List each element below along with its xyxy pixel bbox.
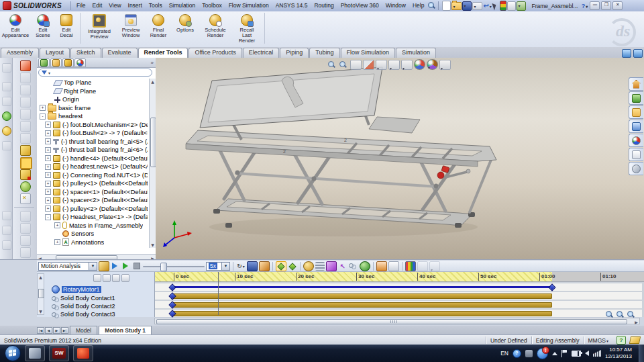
assembly-toolbar-icon-16[interactable] xyxy=(20,247,31,258)
motor-track-row[interactable] xyxy=(155,283,642,291)
timeline-ruler[interactable]: 0 sec 10 sec 20 sec 30 sec 40 sec 50 sec… xyxy=(155,272,644,282)
menu-toolbox[interactable]: Toolbox xyxy=(199,1,225,11)
expander-icon[interactable] xyxy=(45,155,51,161)
tree-item-label[interactable]: Right Plane xyxy=(64,88,96,95)
tab-simulation[interactable]: Simulation xyxy=(396,48,436,58)
zoom-to-fit-icon[interactable] xyxy=(327,60,337,69)
left-toolbar-icon-4[interactable] xyxy=(2,111,11,121)
menu-help[interactable]: Help xyxy=(409,1,427,11)
taskbar-clock[interactable]: 10:57 AM 12/13/2013 xyxy=(605,347,632,360)
save-icon[interactable] xyxy=(462,1,472,11)
close-button[interactable]: ✕ xyxy=(612,1,623,10)
motion-study-1-tab[interactable]: Motion Study 1 xyxy=(99,326,152,334)
rebuild-traffic-light-icon[interactable] xyxy=(500,1,506,11)
expander-icon[interactable] xyxy=(45,130,51,136)
expander-icon[interactable] xyxy=(40,114,46,120)
integrated-preview-button[interactable]: Integrated Preview xyxy=(83,11,116,46)
assembly-toolbar-icon-7[interactable] xyxy=(20,133,31,144)
tab-office-products[interactable]: Office Products xyxy=(189,48,241,58)
scrollbar-thumb[interactable] xyxy=(156,319,627,324)
scroll-right-arrow[interactable]: ▶ xyxy=(633,319,639,325)
scrollbar-thumb[interactable] xyxy=(38,289,44,298)
menu-ansys[interactable]: ANSYS 14.5 xyxy=(272,1,311,11)
expander-icon[interactable] xyxy=(45,147,51,153)
zoom-to-area-icon[interactable] xyxy=(339,60,349,69)
assembly-toolbar-icon-6[interactable] xyxy=(20,121,31,132)
tree-item-label[interactable]: Top Plane xyxy=(64,79,91,86)
paste-icon[interactable] xyxy=(429,261,440,271)
tree-vertical-scrollbar[interactable]: ▲ ▼ xyxy=(149,79,156,248)
featuremanager-tab[interactable] xyxy=(38,58,50,67)
view-orientation-icon[interactable] xyxy=(376,60,387,70)
previous-view-icon[interactable] xyxy=(350,60,362,70)
stop-icon[interactable] xyxy=(132,262,142,271)
contact-timeline-bar[interactable] xyxy=(172,311,552,316)
calculate-icon[interactable] xyxy=(99,261,109,271)
menu-file[interactable]: File xyxy=(73,1,89,11)
minimize-button[interactable]: — xyxy=(590,1,600,10)
tab-electrical[interactable]: Electrical xyxy=(243,48,280,58)
tree-item-label[interactable]: headrest xyxy=(58,113,83,120)
menu-flow-simulation[interactable]: Flow Simulation xyxy=(225,1,272,11)
render-options-button[interactable]: Options xyxy=(171,11,199,46)
tree-item-label[interactable]: (-) headrest.new<1> (Default<As I xyxy=(62,163,148,170)
contact3-track-row[interactable] xyxy=(155,310,642,317)
autokey-icon[interactable] xyxy=(276,261,286,271)
help-icon[interactable]: ? xyxy=(580,2,588,10)
scroll-down-arrow[interactable]: ▼ xyxy=(150,242,156,248)
playback-position-slider[interactable] xyxy=(143,262,205,271)
final-render-button[interactable]: Final Render xyxy=(146,11,171,46)
expander-icon[interactable] xyxy=(40,105,46,111)
menu-routing[interactable]: Routing xyxy=(311,1,337,11)
last-tab-button[interactable]: ▶| xyxy=(61,327,68,334)
contact2-track-row[interactable] xyxy=(155,301,642,308)
edit-appearance-button[interactable]: Edit Appearance xyxy=(0,11,31,46)
assembly-toolbar-icon-14[interactable] xyxy=(20,223,31,234)
motion-item-label[interactable]: Solid Body Contact1 xyxy=(60,295,115,302)
expander-icon[interactable] xyxy=(45,214,51,220)
left-toolbar-icon-8[interactable] xyxy=(2,226,11,235)
key-diamond[interactable] xyxy=(548,283,555,291)
tree-item-label[interactable]: Mates in Frame_Assmebly xyxy=(69,222,143,229)
tree-item-label[interactable]: (-) pulley<2> (Default<<Default>_ xyxy=(62,206,148,212)
menu-simulation[interactable]: Simulation xyxy=(166,1,199,11)
tab-piping[interactable]: Piping xyxy=(280,48,309,58)
model-tab[interactable]: Model xyxy=(70,326,97,334)
tree-item-label[interactable]: Annotations xyxy=(71,239,104,246)
move-component-icon[interactable] xyxy=(20,181,31,192)
assembly-toolbar-icon-5[interactable] xyxy=(20,109,31,120)
motion-item-label[interactable]: RotaryMotor1 xyxy=(62,286,101,293)
filter-results-icon[interactable] xyxy=(121,274,129,282)
left-toolbar-icon-3[interactable] xyxy=(2,97,11,106)
tab-render-tools[interactable]: Render Tools xyxy=(138,48,189,58)
play-from-start-icon[interactable] xyxy=(111,262,120,271)
filter-animation-icon[interactable] xyxy=(93,274,101,282)
left-toolbar-icon-9[interactable] xyxy=(2,240,11,250)
motion-item-label[interactable]: Solid Body Contact2 xyxy=(60,303,115,310)
contact1-track-row[interactable] xyxy=(155,292,642,300)
menu-edit[interactable]: Edit xyxy=(89,1,106,11)
tree-item-label[interactable]: (-) spacer<1> (Default<<Default> xyxy=(62,189,148,195)
left-toolbar-icon-1[interactable] xyxy=(2,63,11,73)
open-icon[interactable] xyxy=(451,2,462,10)
add-key-icon[interactable] xyxy=(288,262,297,271)
force-icon[interactable] xyxy=(326,261,337,271)
undo-icon[interactable]: ↩ xyxy=(483,2,491,10)
filter-selected-icon[interactable] xyxy=(112,274,120,282)
smart-fasteners-icon[interactable] xyxy=(20,157,32,169)
assembly-toolbar-icon-4[interactable] xyxy=(20,97,31,107)
tab-layout[interactable]: Layout xyxy=(40,48,70,58)
expander-icon[interactable] xyxy=(45,164,51,170)
tree-item-label[interactable]: Sensors xyxy=(71,230,94,237)
expander-icon[interactable] xyxy=(45,197,51,203)
gravity-icon[interactable] xyxy=(360,261,370,271)
timeline-horizontal-scrollbar[interactable]: ▶ xyxy=(154,318,640,324)
options-icon[interactable] xyxy=(517,1,526,11)
file-properties-icon[interactable] xyxy=(507,1,516,11)
file-explorer-tab[interactable] xyxy=(629,105,643,119)
assembly-toolbar-icon-3[interactable] xyxy=(20,85,31,95)
recall-last-render-button[interactable]: Recall Last Render xyxy=(231,11,262,46)
playback-speed-combo[interactable]: 5x ▼ xyxy=(206,262,230,271)
tree-item-label[interactable]: (-) thrust ball bearing fr_ai<5> (AF xyxy=(61,138,148,145)
design-library-tab[interactable] xyxy=(629,91,643,105)
